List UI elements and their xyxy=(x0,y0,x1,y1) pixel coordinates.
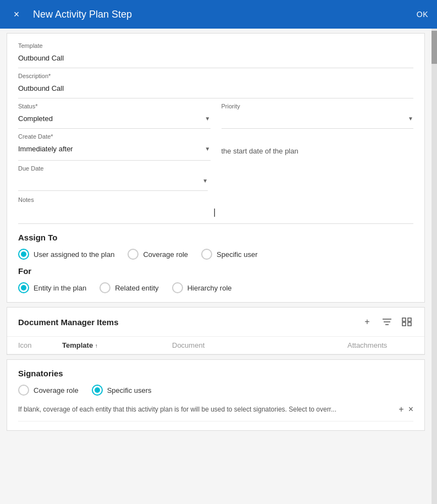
svg-rect-3 xyxy=(402,318,406,321)
radio-related-entity-circle[interactable] xyxy=(99,282,110,293)
due-date-label: Due Date xyxy=(18,165,208,172)
notes-label: Notes xyxy=(18,196,34,203)
svg-rect-6 xyxy=(408,322,411,326)
template-field: Template Outbound Call xyxy=(18,42,413,68)
status-dropdown-arrow: ▼ xyxy=(205,116,211,122)
scrollbar-track[interactable] xyxy=(432,29,437,504)
col-attachments: Attachments xyxy=(347,341,413,349)
add-signatory-button[interactable]: + xyxy=(399,404,403,414)
signatories-title: Signatories xyxy=(18,369,413,378)
create-date-suffix: the start date of the plan xyxy=(222,143,414,158)
radio-sig-specific-circle[interactable] xyxy=(92,385,103,396)
radio-hierarchy-role-label: Hierarchy role xyxy=(187,284,232,292)
radio-related-entity-label: Related entity xyxy=(115,284,159,292)
modal-container: × New Activity Plan Step OK Template Out… xyxy=(0,0,437,504)
for-title: For xyxy=(18,266,413,276)
assign-to-title: Assign To xyxy=(18,233,413,242)
radio-specific-user-label: Specific user xyxy=(217,250,257,259)
create-date-suffix-field: the start date of the plan xyxy=(222,133,414,161)
radio-user-plan[interactable]: User assigned to the plan xyxy=(18,249,114,260)
doc-table-header: Icon Template ↑ Document Attachments xyxy=(7,337,424,354)
scrollbar-thumb[interactable] xyxy=(432,31,437,64)
priority-label: Priority xyxy=(222,103,414,109)
radio-related-entity[interactable]: Related entity xyxy=(99,282,159,293)
radio-sig-coverage[interactable]: Coverage role xyxy=(18,385,79,396)
create-date-label: Create Date* xyxy=(18,133,211,140)
add-doc-button[interactable]: + xyxy=(361,315,374,328)
priority-dropdown-arrow: ▼ xyxy=(408,116,413,122)
modal-title: New Activity Plan Step xyxy=(33,9,132,20)
radio-sig-coverage-circle[interactable] xyxy=(18,385,29,396)
svg-rect-5 xyxy=(402,322,406,326)
col-template[interactable]: Template ↑ xyxy=(62,341,172,349)
status-label: Status* xyxy=(18,103,211,109)
notes-field: Notes | xyxy=(18,195,413,224)
radio-entity-plan[interactable]: Entity in the plan xyxy=(18,282,86,293)
content-area: Template Outbound Call Description* Outb… xyxy=(0,29,437,504)
radio-sig-specific[interactable]: Specific users xyxy=(92,385,152,396)
due-date-value[interactable]: ▼ xyxy=(18,173,208,188)
priority-value[interactable]: ▼ xyxy=(222,111,414,126)
filter-doc-button[interactable] xyxy=(380,315,394,328)
main-form-card: Template Outbound Call Description* Outb… xyxy=(7,33,425,303)
radio-entity-plan-circle[interactable] xyxy=(18,282,29,293)
radio-user-plan-circle[interactable] xyxy=(18,249,29,260)
signatories-note: If blank, coverage of each entity that t… xyxy=(18,404,413,421)
assign-to-radio-group: User assigned to the plan Coverage role … xyxy=(18,249,413,260)
radio-coverage-role[interactable]: Coverage role xyxy=(128,249,188,260)
signatories-section: Signatories Coverage role Specific users… xyxy=(7,359,425,431)
radio-specific-user[interactable]: Specific user xyxy=(201,249,257,260)
doc-manager-header: Document Manager Items + xyxy=(7,308,424,337)
svg-rect-4 xyxy=(408,318,411,321)
radio-hierarchy-role-circle[interactable] xyxy=(172,282,183,293)
priority-field: Priority ▼ xyxy=(222,103,414,129)
radio-specific-user-circle[interactable] xyxy=(201,249,212,260)
description-value[interactable]: Outbound Call xyxy=(18,80,413,96)
doc-manager-actions: + xyxy=(361,315,413,328)
notes-input[interactable]: | xyxy=(18,204,413,221)
note-actions: + × xyxy=(399,404,413,414)
template-label: Template xyxy=(18,42,413,49)
radio-sig-specific-label: Specific users xyxy=(107,386,152,395)
radio-coverage-role-label: Coverage role xyxy=(143,250,188,259)
template-value[interactable]: Outbound Call xyxy=(18,50,413,65)
signatories-radio-group: Coverage role Specific users xyxy=(18,385,413,396)
doc-manager-title: Document Manager Items xyxy=(18,317,119,327)
radio-coverage-role-circle[interactable] xyxy=(128,249,139,260)
ok-button[interactable]: OK xyxy=(417,10,428,19)
for-radio-group: Entity in the plan Related entity Hierar… xyxy=(18,282,413,293)
status-field: Status* Completed ▼ xyxy=(18,103,211,129)
grid-view-button[interactable] xyxy=(400,315,413,328)
radio-user-plan-label: User assigned to the plan xyxy=(34,250,114,259)
text-cursor: | xyxy=(213,207,215,217)
create-date-value[interactable]: Immediately after ▼ xyxy=(18,141,211,156)
for-section: For Entity in the plan Related entity Hi… xyxy=(18,266,413,293)
signatories-note-text: If blank, coverage of each entity that t… xyxy=(18,406,392,413)
status-priority-row: Status* Completed ▼ Priority ▼ xyxy=(18,103,413,133)
due-date-arrow: ▼ xyxy=(202,178,208,184)
create-date-row: Create Date* Immediately after ▼ the sta… xyxy=(18,133,413,165)
assign-to-section: Assign To User assigned to the plan Cove… xyxy=(18,233,413,260)
close-button[interactable]: × xyxy=(9,7,24,22)
description-label: Description* xyxy=(18,73,413,79)
create-date-field: Create Date* Immediately after ▼ xyxy=(18,133,211,161)
modal-header: × New Activity Plan Step OK xyxy=(0,0,437,29)
description-field: Description* Outbound Call xyxy=(18,73,413,98)
radio-sig-coverage-label: Coverage role xyxy=(34,386,79,395)
col-document: Document xyxy=(172,341,347,349)
due-date-field: Due Date ▼ xyxy=(18,165,208,191)
header-left: × New Activity Plan Step xyxy=(9,7,132,22)
radio-hierarchy-role[interactable]: Hierarchy role xyxy=(172,282,232,293)
remove-signatory-button[interactable]: × xyxy=(408,404,413,414)
sort-icon: ↑ xyxy=(95,343,98,349)
document-manager-section: Document Manager Items + xyxy=(7,307,425,355)
col-icon: Icon xyxy=(18,341,62,349)
status-value[interactable]: Completed ▼ xyxy=(18,111,211,126)
create-date-arrow: ▼ xyxy=(205,146,211,152)
radio-entity-plan-label: Entity in the plan xyxy=(34,284,86,292)
